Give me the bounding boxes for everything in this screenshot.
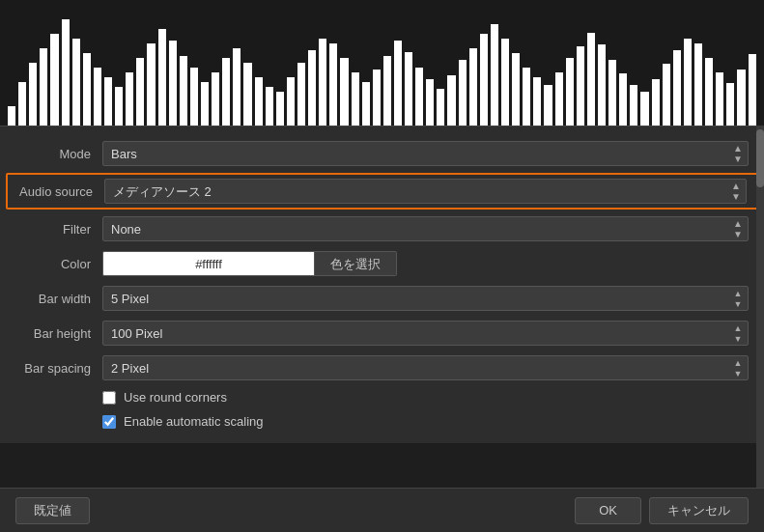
use-round-corners-row: Use round corners bbox=[0, 385, 764, 409]
visualizer-bar bbox=[243, 63, 251, 126]
visualizer-bar bbox=[447, 75, 455, 126]
defaults-button[interactable]: 既定値 bbox=[15, 497, 90, 524]
ok-button[interactable]: OK bbox=[575, 497, 641, 524]
settings-panel: Mode Bars Wave Spectrum ▲ ▼ Audio source… bbox=[0, 126, 764, 443]
visualizer-bar bbox=[104, 77, 112, 126]
bar-spacing-up-button[interactable]: ▲ bbox=[731, 358, 745, 368]
mode-select-wrapper: Bars Wave Spectrum ▲ ▼ bbox=[102, 141, 749, 166]
bar-width-up-button[interactable]: ▲ bbox=[731, 289, 745, 298]
bar-spacing-spinner-wrapper: ▲ ▼ bbox=[102, 355, 749, 380]
visualizer-bar bbox=[587, 33, 595, 126]
bar-spacing-input[interactable] bbox=[102, 355, 749, 380]
visualizer-bar bbox=[684, 39, 692, 126]
visualizer-bar bbox=[415, 68, 423, 126]
enable-auto-scaling-label: Enable automatic scaling bbox=[124, 414, 264, 429]
mode-row: Mode Bars Wave Spectrum ▲ ▼ bbox=[0, 136, 764, 171]
enable-auto-scaling-checkbox[interactable] bbox=[102, 415, 116, 429]
visualizer-bar bbox=[212, 72, 219, 126]
color-choose-button[interactable]: 色を選択 bbox=[315, 251, 397, 276]
bar-height-spinner-wrapper: ▲ ▼ bbox=[102, 321, 749, 346]
visualizer-bar bbox=[373, 70, 381, 126]
bar-spacing-down-button[interactable]: ▼ bbox=[731, 369, 745, 378]
visualizer-bar bbox=[663, 64, 670, 126]
visualizer-bar bbox=[319, 39, 326, 126]
bar-width-down-button[interactable]: ▼ bbox=[731, 299, 745, 309]
visualizer-bar bbox=[136, 58, 144, 126]
bar-height-down-button[interactable]: ▼ bbox=[731, 334, 745, 344]
enable-auto-scaling-row: Enable automatic scaling bbox=[0, 409, 764, 434]
visualizer-bar bbox=[233, 48, 241, 126]
audio-source-row: Audio source メディアソース 2 Default ▲ ▼ bbox=[6, 173, 758, 210]
bar-width-row: Bar width ▲ ▼ bbox=[0, 281, 764, 316]
visualizer-bar bbox=[94, 68, 101, 126]
visualizer-bar bbox=[501, 39, 509, 126]
visualizer-bar bbox=[577, 46, 584, 126]
visualizer-bar bbox=[640, 92, 648, 126]
visualizer-bar bbox=[437, 89, 444, 126]
visualizer-bar bbox=[72, 39, 80, 126]
bar-height-up-button[interactable]: ▲ bbox=[731, 323, 745, 333]
visualizer-bar bbox=[566, 58, 574, 126]
scrollbar[interactable] bbox=[756, 126, 764, 488]
use-round-corners-checkbox[interactable] bbox=[102, 391, 116, 405]
visualizer-bar bbox=[8, 106, 15, 126]
visualizer-bar bbox=[694, 43, 702, 126]
visualizer-bar bbox=[266, 87, 273, 126]
visualizer-bar bbox=[619, 73, 627, 126]
visualizer-bar bbox=[297, 63, 305, 126]
bar-height-row: Bar height ▲ ▼ bbox=[0, 316, 764, 350]
visualizer-bar bbox=[147, 43, 155, 126]
color-hex-input[interactable] bbox=[102, 251, 315, 276]
visualizer-bar bbox=[749, 54, 756, 126]
filter-select-wrapper: None Low pass High pass ▲ ▼ bbox=[102, 216, 749, 241]
visualizer-bar bbox=[126, 72, 133, 126]
visualizer-bar bbox=[652, 79, 660, 126]
visualizer-bar bbox=[405, 52, 412, 126]
bar-spacing-row: Bar spacing ▲ ▼ bbox=[0, 350, 764, 385]
visualizer-bar bbox=[459, 60, 467, 126]
visualizer-bar bbox=[512, 53, 520, 126]
mode-label: Mode bbox=[15, 147, 102, 161]
bar-width-label: Bar width bbox=[15, 292, 102, 306]
visualizer-bar bbox=[255, 77, 263, 126]
visualizer-bar bbox=[50, 34, 58, 126]
visualizer-bar bbox=[190, 68, 198, 126]
visualizer-bar bbox=[222, 58, 230, 126]
mode-select[interactable]: Bars Wave Spectrum bbox=[102, 141, 749, 166]
visualizer-bar bbox=[340, 58, 348, 126]
color-label: Color bbox=[15, 257, 102, 271]
visualizer-bar bbox=[491, 24, 498, 126]
visualizer-bar bbox=[158, 29, 166, 126]
bar-width-input[interactable] bbox=[102, 286, 749, 311]
visualizer-bar bbox=[115, 87, 123, 126]
bar-height-input[interactable] bbox=[102, 321, 749, 346]
visualizer-bar bbox=[716, 72, 723, 126]
filter-select[interactable]: None Low pass High pass bbox=[102, 216, 749, 241]
visualizer-bar bbox=[287, 77, 295, 126]
visualizer-bar bbox=[737, 70, 745, 126]
color-row: Color 色を選択 bbox=[0, 246, 764, 281]
visualizer-bar bbox=[469, 48, 477, 126]
visualizer-bar bbox=[726, 83, 734, 126]
cancel-button[interactable]: キャンセル bbox=[649, 497, 749, 524]
visualizer-bar bbox=[329, 43, 337, 126]
footer: 既定値 OK キャンセル bbox=[0, 488, 764, 532]
visualizer-bar bbox=[523, 68, 530, 126]
scrollbar-thumb[interactable] bbox=[756, 129, 764, 187]
audio-source-select[interactable]: メディアソース 2 Default bbox=[104, 179, 747, 204]
visualizer-bar bbox=[608, 60, 616, 126]
audio-source-select-wrapper: メディアソース 2 Default ▲ ▼ bbox=[104, 179, 747, 204]
visualizer-bar bbox=[394, 41, 402, 126]
visualizer-bar bbox=[598, 44, 606, 126]
visualizer-bar bbox=[544, 85, 552, 126]
visualizer-bar bbox=[362, 82, 370, 126]
filter-label: Filter bbox=[15, 222, 102, 237]
visualizer-bar bbox=[352, 72, 359, 126]
visualizer-bar bbox=[83, 53, 91, 126]
bar-width-spinner-wrapper: ▲ ▼ bbox=[102, 286, 749, 311]
visualizer-bar bbox=[533, 77, 541, 126]
filter-row: Filter None Low pass High pass ▲ ▼ bbox=[0, 211, 764, 246]
bar-spacing-label: Bar spacing bbox=[15, 361, 102, 376]
visualizer-bar bbox=[276, 92, 284, 126]
visualizer-bar bbox=[180, 56, 187, 126]
